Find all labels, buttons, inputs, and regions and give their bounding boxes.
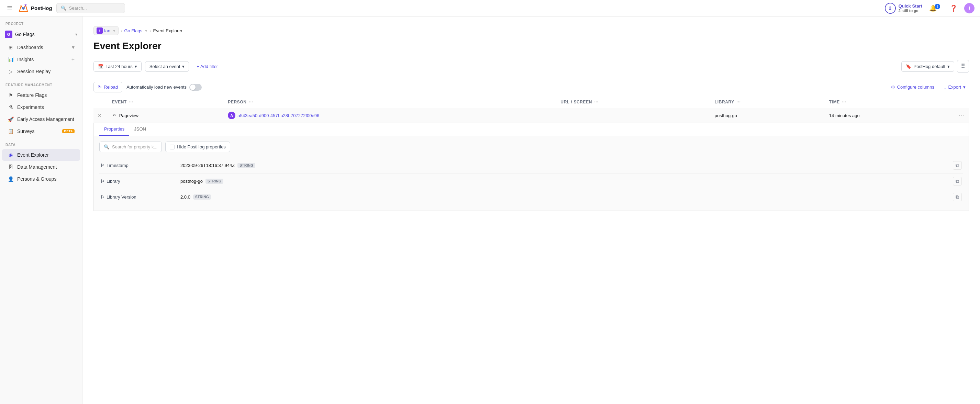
chevron-down-icon: ▾ (75, 32, 77, 37)
sidebar-item-label: Insights (17, 57, 68, 62)
reload-label: Reload (104, 84, 118, 90)
person-col-header: PERSON ⋯ (224, 96, 556, 108)
project-selector[interactable]: G Go Flags ▾ (0, 28, 82, 41)
actions-col-header (955, 96, 969, 108)
main-area: PROJECT G Go Flags ▾ ⊞ Dashboards ▾ 📊 In… (0, 16, 980, 404)
help-button[interactable]: ❓ (947, 3, 960, 13)
url-col-header: URL / SCREEN ⋯ (556, 96, 711, 108)
chevron-down-icon: ▾ (113, 28, 115, 33)
hide-props-checkbox[interactable] (170, 145, 175, 150)
table-row[interactable]: ✕ 🏳 Pageview A a543ea50-d900-457f-a28f-7… (94, 108, 969, 123)
sidebar-item-dashboards[interactable]: ⊞ Dashboards ▾ (2, 41, 80, 53)
sidebar-item-insights[interactable]: 📊 Insights + (2, 54, 80, 65)
time-filter-button[interactable]: 📅 Last 24 hours ▾ (94, 61, 142, 72)
export-button[interactable]: ↓ Export ▾ (940, 82, 969, 92)
posthog-event-icon: 🏳 (112, 113, 116, 118)
property-search-input[interactable]: 🔍 Search for property k... (99, 142, 162, 152)
quick-start-title: Quick Start (899, 3, 922, 9)
stacked-rows-button[interactable]: ⠿ (957, 60, 969, 73)
posthog-prop-icon: 🏳 (101, 163, 105, 168)
calendar-icon: 📅 (98, 64, 103, 69)
sidebar-item-feature-flags[interactable]: ⚑ Feature Flags (2, 89, 80, 101)
type-badge-library-version: STRING (193, 194, 211, 200)
breadcrumb-project[interactable]: I Ian ▾ (94, 26, 119, 35)
configure-columns-button[interactable]: ⚙ Configure columns (888, 82, 938, 92)
sidebar-item-event-explorer[interactable]: ◉ Event Explorer (2, 149, 80, 161)
menu-toggle-button[interactable]: ☰ (5, 3, 14, 13)
event-filter-label: Select an event (150, 64, 180, 69)
sidebar-item-label: Dashboards (17, 45, 68, 50)
tab-json[interactable]: JSON (129, 123, 151, 136)
sidebar-item-label: Session Replay (17, 69, 75, 74)
chevron-down-icon: ▾ (947, 64, 950, 69)
prop-value-area: 2.0.0 STRING (180, 194, 949, 200)
expand-cell[interactable]: ✕ (94, 108, 108, 123)
sidebar-item-label: Persons & Groups (17, 176, 75, 182)
person-link[interactable]: A a543ea50-d900-457f-a28f-707272f00e96 (228, 111, 552, 119)
copy-library-button[interactable]: ⧉ (953, 177, 962, 186)
auto-load-toggle[interactable] (189, 84, 202, 91)
beta-badge: BETA (62, 129, 75, 133)
search-placeholder: Search for property k... (112, 144, 158, 150)
add-filter-button[interactable]: + Add filter (192, 62, 222, 72)
sidebar-item-data-management[interactable]: 🗄 Data Management (2, 161, 80, 173)
properties-panel: Properties JSON 🔍 Search for property k.… (94, 123, 969, 211)
logo: PostHog (18, 3, 52, 14)
breadcrumb-flags-name: Go Flags (124, 28, 142, 33)
row-actions-cell: ⋯ (955, 108, 969, 123)
sidebar-item-surveys[interactable]: 📋 Surveys BETA (2, 126, 80, 137)
posthog-prop-icon: 🏳 (101, 194, 105, 200)
hide-posthog-props-button[interactable]: Hide PostHog properties (165, 142, 230, 152)
library-col-more-icon[interactable]: ⋯ (737, 100, 741, 105)
url-col-more-icon[interactable]: ⋯ (594, 100, 598, 105)
expand-icon[interactable]: ✕ (98, 113, 102, 118)
posthog-default-button[interactable]: 🔖 PostHog default ▾ (901, 61, 954, 72)
add-filter-label: + Add filter (197, 64, 218, 69)
top-bar: ☰ PostHog 🔍 Search... 2 Quick Start 2 st… (0, 0, 980, 16)
play-icon: ▷ (8, 68, 14, 75)
user-avatar-button[interactable]: I (964, 3, 975, 13)
sidebar: PROJECT G Go Flags ▾ ⊞ Dashboards ▾ 📊 In… (0, 16, 83, 404)
event-col-header: EVENT ⋯ (108, 96, 224, 108)
posthog-default-label: PostHog default (913, 64, 945, 69)
radio-icon: ◉ (8, 152, 14, 158)
time-filter-label: Last 24 hours (105, 64, 133, 69)
search-placeholder: Search... (69, 5, 87, 11)
project-icon: G (5, 30, 13, 38)
time-cell: 14 minutes ago (825, 108, 955, 123)
event-cell: 🏳 Pageview (108, 108, 224, 123)
hide-props-label: Hide PostHog properties (177, 144, 226, 150)
sidebar-item-persons-groups[interactable]: 👤 Persons & Groups (2, 173, 80, 185)
person-col-more-icon[interactable]: ⋯ (249, 100, 253, 105)
expand-col-header (94, 96, 108, 108)
flag-icon: ⚑ (8, 92, 14, 98)
time-value: 14 minutes ago (829, 113, 860, 118)
breadcrumb-current: Event Explorer (153, 28, 183, 33)
sidebar-item-session-replay[interactable]: ▷ Session Replay (2, 65, 80, 77)
event-filter-button[interactable]: Select an event ▾ (145, 61, 189, 72)
svg-point-2 (22, 7, 25, 10)
event-name: Pageview (119, 113, 138, 118)
notifications-button[interactable]: 🔔1 (926, 3, 943, 13)
sidebar-item-label: Event Explorer (17, 152, 75, 158)
breadcrumb-flags[interactable]: Go Flags ▾ (124, 28, 147, 33)
project-section-label: PROJECT (0, 16, 82, 28)
time-col-more-icon[interactable]: ⋯ (842, 100, 846, 105)
row-more-button[interactable]: ⋯ (959, 111, 965, 119)
notification-badge: 1 (935, 4, 940, 9)
tab-properties[interactable]: Properties (99, 123, 129, 136)
page-title: Event Explorer (94, 41, 969, 51)
quick-start-button[interactable]: 2 Quick Start 2 still to go (885, 3, 922, 14)
copy-library-version-button[interactable]: ⧉ (953, 193, 962, 201)
search-box[interactable]: 🔍 Search... (56, 3, 125, 13)
columns-icon: ⚙ (891, 84, 895, 90)
sidebar-item-experiments[interactable]: ⚗ Experiments (2, 101, 80, 113)
copy-timestamp-button[interactable]: ⧉ (953, 161, 962, 170)
posthog-prop-icon: 🏳 (101, 179, 105, 184)
sidebar-item-early-access[interactable]: 🚀 Early Access Management (2, 113, 80, 125)
sidebar-item-label: Feature Flags (17, 92, 75, 98)
event-col-more-icon[interactable]: ⋯ (129, 100, 133, 105)
prop-value-area: 2023-09-26T18:16:37.944Z STRING (180, 163, 949, 168)
reload-button[interactable]: ↻ Reload (94, 82, 123, 92)
chevron-down-icon: ▾ (963, 84, 966, 90)
